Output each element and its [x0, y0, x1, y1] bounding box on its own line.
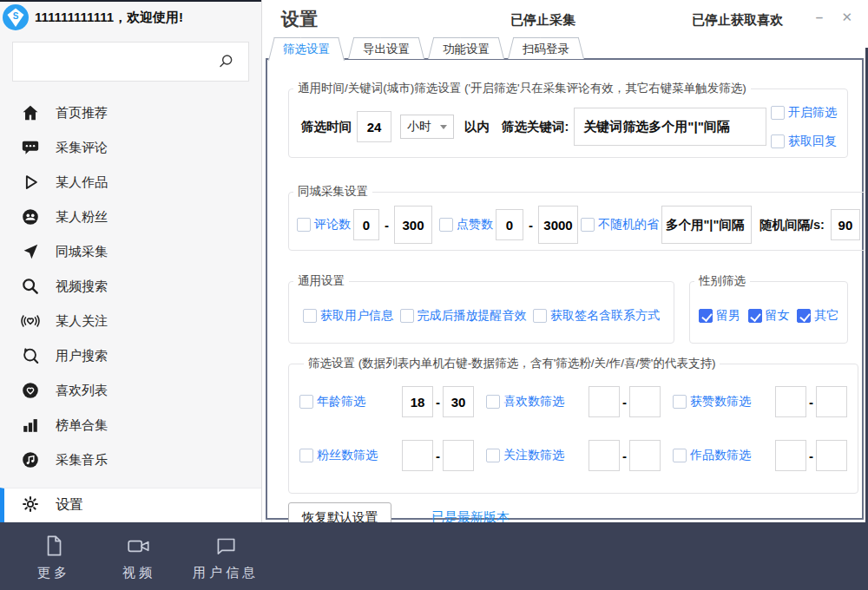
tab-function-settings[interactable]: 功能设置: [428, 37, 504, 59]
sidebar-search-input[interactable]: [12, 42, 249, 82]
time-unit-select[interactable]: 小时: [400, 115, 454, 139]
fieldset-legend: 筛选设置 (数据列表内单机右键-数据筛选，含有'筛选粉/关/作/喜/赞'的代表支…: [304, 356, 720, 371]
following-filter-checkbox[interactable]: [486, 449, 500, 462]
age-filter-group: 年龄筛选 -: [299, 386, 474, 417]
following-filter-option[interactable]: 关注数筛选: [486, 448, 589, 463]
collect-status-text: 已停止采集: [510, 12, 575, 29]
bottombar-item-video[interactable]: 视频: [108, 533, 170, 581]
get-user-info-checkbox[interactable]: [303, 309, 317, 323]
like-count-checkbox[interactable]: [439, 218, 453, 232]
likes-filter-checkbox[interactable]: [486, 395, 500, 409]
keep-male-checkbox[interactable]: [699, 309, 713, 323]
like-count-option[interactable]: 点赞数: [439, 217, 493, 233]
get-replies-option[interactable]: 获取回复: [771, 134, 837, 149]
app-logo-icon: S: [2, 3, 30, 31]
comment-min-input[interactable]: [353, 209, 379, 240]
sidebar-item-label: 某人粉丝: [56, 209, 108, 226]
general-gender-row: 通用设置 获取用户信息 完成后播放提醒音效 获取签名含联系方式: [288, 273, 850, 344]
sidebar-item-city-collect[interactable]: 同城采集: [0, 234, 261, 269]
comment-icon: [21, 138, 40, 157]
play-icon: [21, 173, 40, 192]
random-interval-input[interactable]: [831, 209, 860, 240]
likes-filter-option[interactable]: 喜欢数筛选: [486, 394, 589, 410]
keep-other-option[interactable]: 其它: [797, 308, 838, 324]
praise-max-input[interactable]: [816, 386, 847, 417]
filter-time-input[interactable]: [357, 111, 391, 142]
enable-filter-checkbox[interactable]: [771, 106, 785, 120]
works-min-input[interactable]: [775, 440, 806, 471]
province-input[interactable]: [661, 206, 752, 244]
tab-filter-settings[interactable]: 筛选设置: [268, 37, 345, 59]
age-filter-option[interactable]: 年龄筛选: [299, 394, 402, 410]
works-filter-option[interactable]: 作品数筛选: [673, 448, 775, 463]
sidebar-item-label: 同城采集: [56, 244, 108, 260]
praise-filter-checkbox[interactable]: [673, 395, 687, 409]
likes-status-text: 已停止获取喜欢: [692, 12, 783, 29]
fans-filter-checkbox[interactable]: [299, 449, 313, 462]
sidebar-item-user-works[interactable]: 某人作品: [0, 165, 261, 200]
following-filter-group: 关注数筛选 -: [486, 440, 661, 471]
likes-max-input[interactable]: [629, 386, 661, 417]
keep-male-option[interactable]: 留男: [699, 308, 740, 324]
works-max-input[interactable]: [816, 440, 847, 471]
keep-female-checkbox[interactable]: [748, 309, 762, 323]
minimize-button[interactable]: –: [816, 9, 823, 26]
play-sound-checkbox[interactable]: [400, 309, 414, 323]
praise-filter-option[interactable]: 获赞数筛选: [673, 394, 775, 410]
tab-bar: 筛选设置 导出设置 功能设置 扫码登录: [268, 37, 588, 59]
keep-other-checkbox[interactable]: [797, 309, 811, 323]
sidebar-item-settings[interactable]: 设置: [0, 488, 261, 522]
sidebar-item-likes-list[interactable]: 喜欢列表: [0, 373, 261, 408]
bottombar-item-more[interactable]: 更多: [23, 533, 85, 581]
tab-qr-login[interactable]: 扫码登录: [508, 37, 584, 59]
sidebar-item-user-search[interactable]: 用户搜索: [0, 338, 261, 373]
close-button[interactable]: ✕: [841, 9, 852, 26]
tab-export-settings[interactable]: 导出设置: [348, 37, 424, 59]
fans-min-input[interactable]: [402, 440, 433, 471]
user-search-icon: [21, 346, 40, 365]
chart-icon: [21, 416, 40, 435]
comment-max-input[interactable]: [394, 206, 432, 244]
non-random-province-checkbox[interactable]: [581, 218, 595, 232]
sidebar-item-comments[interactable]: 采集评论: [0, 130, 261, 165]
sidebar-item-label: 某人作品: [56, 174, 108, 191]
sidebar-item-home[interactable]: 首页推荐: [0, 95, 261, 130]
praise-min-input[interactable]: [775, 386, 806, 417]
comment-count-option[interactable]: 评论数: [297, 217, 351, 233]
sidebar-item-music-collect[interactable]: 采集音乐: [0, 442, 261, 477]
get-user-info-option[interactable]: 获取用户信息: [303, 308, 393, 324]
fans-max-input[interactable]: [443, 440, 474, 471]
age-min-input[interactable]: [402, 386, 433, 417]
following-max-input[interactable]: [629, 440, 661, 471]
signature-contact-option[interactable]: 获取签名含联系方式: [533, 308, 660, 324]
works-filter-checkbox[interactable]: [673, 449, 687, 462]
gender-filter-fieldset: 性别筛选 留男 留女 其它: [689, 273, 848, 344]
signature-contact-checkbox[interactable]: [533, 309, 547, 323]
fans-filter-option[interactable]: 粉丝数筛选: [299, 448, 402, 463]
fieldset-legend: 性别筛选: [694, 273, 750, 289]
bottombar-item-user-info[interactable]: 用户信息: [193, 533, 259, 581]
time-keyword-filter-fieldset: 通用时间/关键词(城市)筛选设置 ('开启筛选'只在采集评论有效，其它右键菜单触…: [288, 81, 848, 158]
sidebar-item-label: 某人关注: [56, 313, 108, 330]
sidebar-header: S 111111111111，欢迎使用!: [0, 0, 261, 31]
filter-row-1: 年龄筛选 - 喜欢数筛选 -: [299, 375, 847, 429]
like-max-input[interactable]: [538, 206, 578, 244]
get-replies-checkbox[interactable]: [771, 134, 785, 148]
comment-count-checkbox[interactable]: [297, 218, 311, 232]
age-filter-checkbox[interactable]: [299, 395, 313, 409]
sidebar-item-rank-collection[interactable]: 榜单合集: [0, 408, 261, 442]
search-icon[interactable]: [217, 53, 234, 70]
keep-female-option[interactable]: 留女: [748, 308, 790, 324]
non-random-province-option[interactable]: 不随机的省: [581, 217, 659, 233]
sidebar-item-user-follow[interactable]: 某人关注: [0, 304, 261, 338]
age-max-input[interactable]: [443, 386, 474, 417]
likes-min-input[interactable]: [589, 386, 620, 417]
keyword-input[interactable]: [574, 108, 766, 146]
sidebar-item-user-fans[interactable]: 某人粉丝: [0, 200, 261, 234]
play-sound-option[interactable]: 完成后播放提醒音效: [400, 308, 527, 324]
following-min-input[interactable]: [589, 440, 620, 471]
like-min-input[interactable]: [496, 209, 523, 240]
home-icon: [21, 103, 40, 122]
sidebar-item-video-search[interactable]: 视频搜索: [0, 269, 261, 304]
enable-filter-option[interactable]: 开启筛选: [771, 105, 837, 121]
